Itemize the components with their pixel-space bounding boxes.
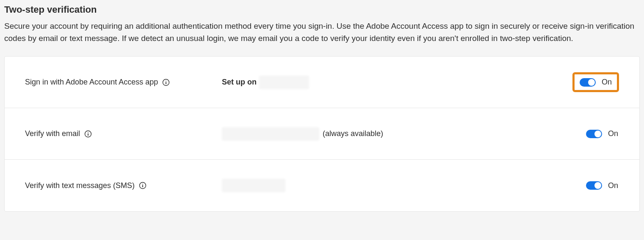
toggle-account-access-app[interactable] <box>580 78 596 87</box>
section-description: Secure your account by requiring an addi… <box>4 20 639 44</box>
row-label: Verify with text messages (SMS) <box>25 181 222 190</box>
value-suffix: (always available) <box>323 129 383 138</box>
redacted-value <box>222 127 319 141</box>
label-text: Verify with email <box>25 129 80 138</box>
row-verify-email: Verify with email (always available) On <box>5 108 639 160</box>
row-label: Sign in with Adobe Account Access app <box>25 78 222 87</box>
toggle-container: On <box>586 129 619 138</box>
label-text: Verify with text messages (SMS) <box>25 181 135 190</box>
svg-point-4 <box>88 132 88 133</box>
info-icon[interactable] <box>162 79 170 86</box>
toggle-highlight-box: On <box>572 72 619 92</box>
redacted-value <box>222 179 285 192</box>
toggle-label: On <box>602 78 612 87</box>
toggle-label: On <box>608 129 618 138</box>
label-text: Sign in with Adobe Account Access app <box>25 78 158 87</box>
row-value <box>222 179 586 192</box>
row-label: Verify with email <box>25 129 222 138</box>
svg-point-1 <box>166 80 166 81</box>
row-account-access-app: Sign in with Adobe Account Access app Se… <box>5 57 639 108</box>
row-value: Set up on <box>222 76 572 89</box>
row-verify-sms: Verify with text messages (SMS) On <box>5 160 639 211</box>
section-title: Two-step verification <box>4 4 640 15</box>
info-icon[interactable] <box>139 182 146 189</box>
toggle-verify-email[interactable] <box>586 130 602 138</box>
toggle-verify-sms[interactable] <box>586 181 602 190</box>
two-step-card: Sign in with Adobe Account Access app Se… <box>4 56 640 212</box>
info-icon[interactable] <box>84 130 92 138</box>
toggle-container: On <box>586 181 619 190</box>
toggle-label: On <box>608 181 618 190</box>
redacted-value <box>259 76 309 89</box>
row-value: (always available) <box>222 127 586 141</box>
value-prefix: Set up on <box>222 78 257 87</box>
svg-point-7 <box>142 184 143 185</box>
